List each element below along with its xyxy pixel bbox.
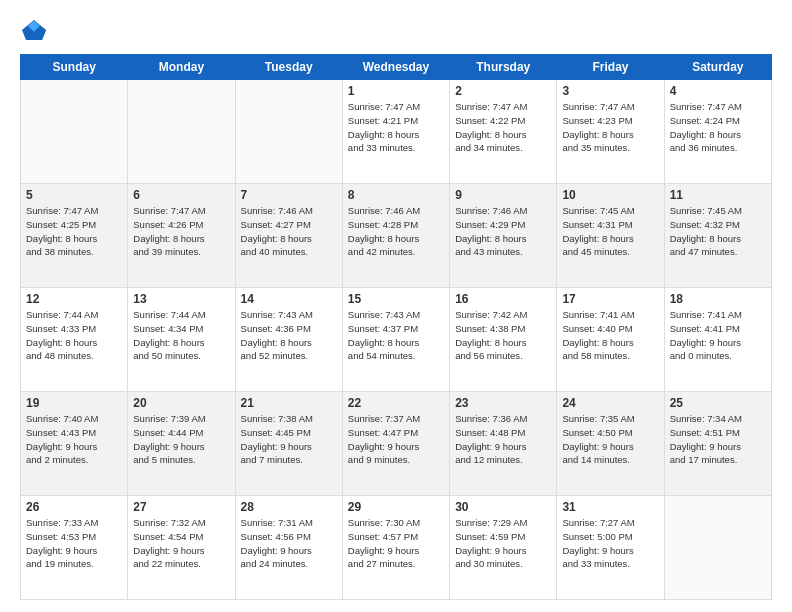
day-number: 12	[26, 292, 122, 306]
day-info: Sunrise: 7:44 AM Sunset: 4:33 PM Dayligh…	[26, 308, 122, 363]
calendar-cell: 11Sunrise: 7:45 AM Sunset: 4:32 PM Dayli…	[664, 184, 771, 288]
day-number: 4	[670, 84, 766, 98]
calendar-cell	[235, 80, 342, 184]
day-info: Sunrise: 7:40 AM Sunset: 4:43 PM Dayligh…	[26, 412, 122, 467]
calendar-cell: 2Sunrise: 7:47 AM Sunset: 4:22 PM Daylig…	[450, 80, 557, 184]
day-info: Sunrise: 7:33 AM Sunset: 4:53 PM Dayligh…	[26, 516, 122, 571]
day-number: 5	[26, 188, 122, 202]
day-info: Sunrise: 7:46 AM Sunset: 4:29 PM Dayligh…	[455, 204, 551, 259]
calendar-cell: 7Sunrise: 7:46 AM Sunset: 4:27 PM Daylig…	[235, 184, 342, 288]
day-info: Sunrise: 7:35 AM Sunset: 4:50 PM Dayligh…	[562, 412, 658, 467]
calendar-cell: 6Sunrise: 7:47 AM Sunset: 4:26 PM Daylig…	[128, 184, 235, 288]
day-number: 31	[562, 500, 658, 514]
day-number: 11	[670, 188, 766, 202]
calendar-week-row: 12Sunrise: 7:44 AM Sunset: 4:33 PM Dayli…	[21, 288, 772, 392]
header	[20, 16, 772, 44]
calendar-cell: 9Sunrise: 7:46 AM Sunset: 4:29 PM Daylig…	[450, 184, 557, 288]
day-number: 13	[133, 292, 229, 306]
calendar-cell: 28Sunrise: 7:31 AM Sunset: 4:56 PM Dayli…	[235, 496, 342, 600]
day-info: Sunrise: 7:31 AM Sunset: 4:56 PM Dayligh…	[241, 516, 337, 571]
calendar-cell	[21, 80, 128, 184]
weekday-header-row: SundayMondayTuesdayWednesdayThursdayFrid…	[21, 55, 772, 80]
calendar-cell: 21Sunrise: 7:38 AM Sunset: 4:45 PM Dayli…	[235, 392, 342, 496]
calendar-cell	[664, 496, 771, 600]
day-info: Sunrise: 7:42 AM Sunset: 4:38 PM Dayligh…	[455, 308, 551, 363]
calendar-week-row: 1Sunrise: 7:47 AM Sunset: 4:21 PM Daylig…	[21, 80, 772, 184]
calendar-cell: 31Sunrise: 7:27 AM Sunset: 5:00 PM Dayli…	[557, 496, 664, 600]
weekday-header-wednesday: Wednesday	[342, 55, 449, 80]
day-info: Sunrise: 7:45 AM Sunset: 4:31 PM Dayligh…	[562, 204, 658, 259]
day-info: Sunrise: 7:47 AM Sunset: 4:22 PM Dayligh…	[455, 100, 551, 155]
calendar-cell: 1Sunrise: 7:47 AM Sunset: 4:21 PM Daylig…	[342, 80, 449, 184]
day-info: Sunrise: 7:30 AM Sunset: 4:57 PM Dayligh…	[348, 516, 444, 571]
day-info: Sunrise: 7:43 AM Sunset: 4:37 PM Dayligh…	[348, 308, 444, 363]
page: SundayMondayTuesdayWednesdayThursdayFrid…	[0, 0, 792, 612]
calendar-cell: 12Sunrise: 7:44 AM Sunset: 4:33 PM Dayli…	[21, 288, 128, 392]
calendar-cell: 13Sunrise: 7:44 AM Sunset: 4:34 PM Dayli…	[128, 288, 235, 392]
day-info: Sunrise: 7:47 AM Sunset: 4:25 PM Dayligh…	[26, 204, 122, 259]
day-number: 1	[348, 84, 444, 98]
day-number: 24	[562, 396, 658, 410]
day-info: Sunrise: 7:38 AM Sunset: 4:45 PM Dayligh…	[241, 412, 337, 467]
day-number: 2	[455, 84, 551, 98]
day-info: Sunrise: 7:39 AM Sunset: 4:44 PM Dayligh…	[133, 412, 229, 467]
calendar-week-row: 5Sunrise: 7:47 AM Sunset: 4:25 PM Daylig…	[21, 184, 772, 288]
day-info: Sunrise: 7:37 AM Sunset: 4:47 PM Dayligh…	[348, 412, 444, 467]
calendar-cell: 16Sunrise: 7:42 AM Sunset: 4:38 PM Dayli…	[450, 288, 557, 392]
logo	[20, 16, 52, 44]
calendar-cell: 23Sunrise: 7:36 AM Sunset: 4:48 PM Dayli…	[450, 392, 557, 496]
weekday-header-saturday: Saturday	[664, 55, 771, 80]
day-number: 16	[455, 292, 551, 306]
day-info: Sunrise: 7:47 AM Sunset: 4:21 PM Dayligh…	[348, 100, 444, 155]
calendar-cell: 18Sunrise: 7:41 AM Sunset: 4:41 PM Dayli…	[664, 288, 771, 392]
day-number: 27	[133, 500, 229, 514]
day-number: 19	[26, 396, 122, 410]
day-number: 6	[133, 188, 229, 202]
day-number: 3	[562, 84, 658, 98]
logo-icon	[20, 16, 48, 44]
day-info: Sunrise: 7:43 AM Sunset: 4:36 PM Dayligh…	[241, 308, 337, 363]
calendar-cell: 19Sunrise: 7:40 AM Sunset: 4:43 PM Dayli…	[21, 392, 128, 496]
calendar-cell: 8Sunrise: 7:46 AM Sunset: 4:28 PM Daylig…	[342, 184, 449, 288]
day-info: Sunrise: 7:47 AM Sunset: 4:26 PM Dayligh…	[133, 204, 229, 259]
calendar-cell: 25Sunrise: 7:34 AM Sunset: 4:51 PM Dayli…	[664, 392, 771, 496]
day-number: 8	[348, 188, 444, 202]
calendar-cell: 17Sunrise: 7:41 AM Sunset: 4:40 PM Dayli…	[557, 288, 664, 392]
day-info: Sunrise: 7:46 AM Sunset: 4:28 PM Dayligh…	[348, 204, 444, 259]
day-info: Sunrise: 7:47 AM Sunset: 4:24 PM Dayligh…	[670, 100, 766, 155]
calendar-cell	[128, 80, 235, 184]
weekday-header-thursday: Thursday	[450, 55, 557, 80]
calendar-cell: 26Sunrise: 7:33 AM Sunset: 4:53 PM Dayli…	[21, 496, 128, 600]
day-number: 21	[241, 396, 337, 410]
day-number: 25	[670, 396, 766, 410]
calendar-table: SundayMondayTuesdayWednesdayThursdayFrid…	[20, 54, 772, 600]
day-info: Sunrise: 7:45 AM Sunset: 4:32 PM Dayligh…	[670, 204, 766, 259]
weekday-header-friday: Friday	[557, 55, 664, 80]
day-number: 26	[26, 500, 122, 514]
calendar-cell: 5Sunrise: 7:47 AM Sunset: 4:25 PM Daylig…	[21, 184, 128, 288]
calendar-cell: 29Sunrise: 7:30 AM Sunset: 4:57 PM Dayli…	[342, 496, 449, 600]
day-info: Sunrise: 7:32 AM Sunset: 4:54 PM Dayligh…	[133, 516, 229, 571]
day-number: 30	[455, 500, 551, 514]
day-number: 14	[241, 292, 337, 306]
day-info: Sunrise: 7:27 AM Sunset: 5:00 PM Dayligh…	[562, 516, 658, 571]
day-number: 7	[241, 188, 337, 202]
calendar-cell: 24Sunrise: 7:35 AM Sunset: 4:50 PM Dayli…	[557, 392, 664, 496]
day-number: 23	[455, 396, 551, 410]
day-info: Sunrise: 7:36 AM Sunset: 4:48 PM Dayligh…	[455, 412, 551, 467]
day-number: 15	[348, 292, 444, 306]
day-info: Sunrise: 7:34 AM Sunset: 4:51 PM Dayligh…	[670, 412, 766, 467]
calendar-cell: 15Sunrise: 7:43 AM Sunset: 4:37 PM Dayli…	[342, 288, 449, 392]
calendar-cell: 14Sunrise: 7:43 AM Sunset: 4:36 PM Dayli…	[235, 288, 342, 392]
calendar-cell: 20Sunrise: 7:39 AM Sunset: 4:44 PM Dayli…	[128, 392, 235, 496]
day-number: 10	[562, 188, 658, 202]
calendar-cell: 3Sunrise: 7:47 AM Sunset: 4:23 PM Daylig…	[557, 80, 664, 184]
day-number: 17	[562, 292, 658, 306]
day-number: 9	[455, 188, 551, 202]
calendar-cell: 10Sunrise: 7:45 AM Sunset: 4:31 PM Dayli…	[557, 184, 664, 288]
day-info: Sunrise: 7:46 AM Sunset: 4:27 PM Dayligh…	[241, 204, 337, 259]
weekday-header-tuesday: Tuesday	[235, 55, 342, 80]
calendar-week-row: 19Sunrise: 7:40 AM Sunset: 4:43 PM Dayli…	[21, 392, 772, 496]
day-info: Sunrise: 7:41 AM Sunset: 4:41 PM Dayligh…	[670, 308, 766, 363]
calendar-cell: 27Sunrise: 7:32 AM Sunset: 4:54 PM Dayli…	[128, 496, 235, 600]
